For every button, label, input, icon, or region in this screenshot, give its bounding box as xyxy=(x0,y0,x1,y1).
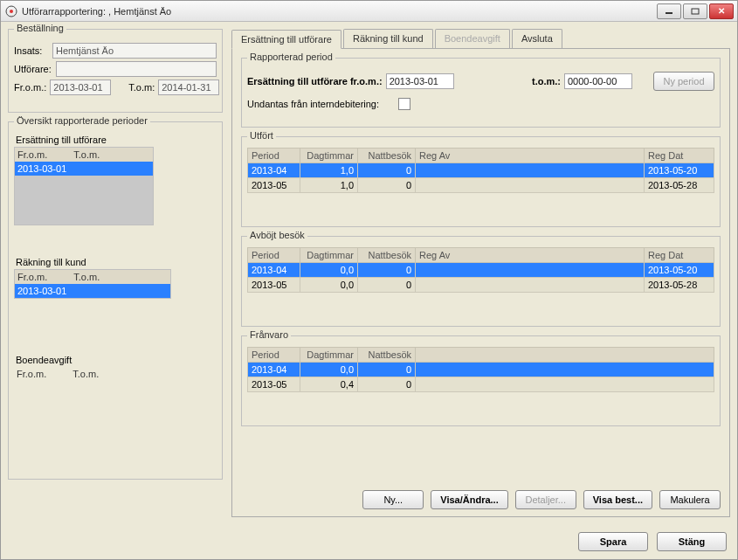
maximize-button[interactable] xyxy=(683,3,707,19)
cell: 2013-04 xyxy=(248,163,300,178)
oversikt-group: Översikt rapporterade perioder Ersättnin… xyxy=(8,121,223,480)
col-regdat: Reg Dat xyxy=(645,248,714,263)
app-window: Utförarrapportering: , Hemtjänst Äo ✕ Be… xyxy=(0,0,738,560)
cell xyxy=(416,163,645,178)
cell: 2013-05-20 xyxy=(645,263,714,278)
col-dag: Dagtimmar xyxy=(300,149,358,163)
insats-label: Insats: xyxy=(14,45,49,56)
period-from-label: Ersättning till utförare fr.o.m.: xyxy=(247,76,383,86)
col-regdat: Reg Dat xyxy=(645,149,714,163)
bo-hdr-from: Fr.o.m. xyxy=(17,369,46,379)
tab-boendeavgift: Boendeavgift xyxy=(435,29,510,48)
cell: 1,0 xyxy=(300,178,358,193)
cell: 2013-05-28 xyxy=(645,178,714,193)
table-row[interactable]: 2013-05 1,0 0 2013-05-28 xyxy=(248,178,714,193)
tab-avsluta[interactable]: Avsluta xyxy=(512,29,562,48)
list-item[interactable]: 2013-03-01 xyxy=(15,162,153,176)
col-natt: Nattbesök xyxy=(358,248,416,263)
col-period: Period xyxy=(248,149,300,163)
rak-list[interactable]: Fr.o.m. T.o.m. 2013-03-01 xyxy=(14,269,171,299)
avbojt-group: Avböjt besök Period Dagtimmar Nattbesök … xyxy=(241,236,721,327)
cell: 2013-05 xyxy=(248,178,300,193)
tab-bar: Ersättning till utförare Räkning till ku… xyxy=(231,29,730,48)
utfort-legend: Utfört xyxy=(247,130,276,141)
inner-actions: Ny... Visa/Ändra... Detaljer... Visa bes… xyxy=(362,490,721,509)
period-tom-label: t.o.m.: xyxy=(532,76,561,86)
table-row[interactable]: 2013-05 0,0 0 2013-05-28 xyxy=(248,278,714,293)
cell xyxy=(416,377,714,392)
oversikt-legend: Översikt rapporterade perioder xyxy=(14,115,150,126)
franvaro-group: Frånvaro Period Dagtimmar Nattbesök 2013… xyxy=(241,335,721,426)
table-row[interactable]: 2013-04 1,0 0 2013-05-20 xyxy=(248,163,714,178)
cell: 2013-04 xyxy=(248,363,300,377)
undantas-label: Undantas från interndebitering: xyxy=(247,99,379,109)
title-prefix: Utförarrapportering: xyxy=(22,6,106,17)
cell: 2013-05 xyxy=(248,377,300,392)
utfort-table[interactable]: Period Dagtimmar Nattbesök Reg Av Reg Da… xyxy=(247,148,714,193)
franvaro-legend: Frånvaro xyxy=(247,329,291,340)
utforare-field xyxy=(56,61,217,77)
content: Beställning Insats: Utförare: Fr.o.m.: T… xyxy=(1,22,737,559)
makulera-button[interactable]: Makulera xyxy=(659,490,721,509)
period-from-field[interactable] xyxy=(386,73,454,89)
ers-hdr-from: Fr.o.m. xyxy=(17,149,47,160)
cell xyxy=(416,178,645,193)
stang-button[interactable]: Stäng xyxy=(657,532,727,551)
bestallning-legend: Beställning xyxy=(14,23,66,33)
col-dag: Dagtimmar xyxy=(300,248,358,263)
right-column: Ersättning till utförare Räkning till ku… xyxy=(231,29,730,517)
table-row[interactable]: 2013-04 0,0 0 2013-05-20 xyxy=(248,263,714,278)
tab-pane: Rapporterad period Ersättning till utför… xyxy=(231,48,730,517)
cell: 0,0 xyxy=(300,263,358,278)
period-tom-field[interactable] xyxy=(564,73,632,89)
col-regav: Reg Av xyxy=(416,248,645,263)
insats-field xyxy=(52,43,217,59)
titlebar: Utförarrapportering: , Hemtjänst Äo ✕ xyxy=(1,1,737,22)
ny-button[interactable]: Ny... xyxy=(362,490,424,509)
franvaro-table[interactable]: Period Dagtimmar Nattbesök 2013-04 0,0 0 xyxy=(247,347,714,392)
rapporterad-period-group: Rapporterad period Ersättning till utför… xyxy=(241,58,721,128)
minimize-button[interactable] xyxy=(657,3,681,19)
cell xyxy=(416,278,645,293)
col-blank xyxy=(416,348,714,363)
detaljer-button[interactable]: Detaljer... xyxy=(515,490,576,509)
ers-hdr-tom: T.o.m. xyxy=(73,149,100,160)
tom-field xyxy=(158,80,219,95)
window-title: Utförarrapportering: , Hemtjänst Äo xyxy=(22,6,657,17)
avbojt-table[interactable]: Period Dagtimmar Nattbesök Reg Av Reg Da… xyxy=(247,247,714,293)
rak-hdr-from: Fr.o.m. xyxy=(17,272,47,282)
cell: 2013-05-28 xyxy=(645,278,714,293)
cell: 2013-05-20 xyxy=(645,163,714,178)
title-suffix: , Hemtjänst Äo xyxy=(108,6,171,17)
ny-period-button[interactable]: Ny period xyxy=(653,72,714,91)
left-column: Beställning Insats: Utförare: Fr.o.m.: T… xyxy=(8,29,223,517)
bo-list[interactable]: Fr.o.m. T.o.m. xyxy=(14,367,171,381)
cell: 0,4 xyxy=(300,377,358,392)
app-icon xyxy=(4,4,18,18)
visa-andra-button[interactable]: Visa/Ändra... xyxy=(431,490,507,509)
bestallning-group: Beställning Insats: Utförare: Fr.o.m.: T… xyxy=(8,29,223,113)
cell: 1,0 xyxy=(300,163,358,178)
cell xyxy=(416,363,714,377)
table-row[interactable]: 2013-05 0,4 0 xyxy=(248,377,714,392)
rak-sublabel: Räkning till kund xyxy=(14,255,217,269)
tom-label: T.o.m: xyxy=(128,82,155,93)
cell: 2013-03-01 xyxy=(17,286,66,296)
visa-best-button[interactable]: Visa best... xyxy=(583,490,652,509)
cell: 0 xyxy=(358,263,416,278)
table-row[interactable]: 2013-04 0,0 0 xyxy=(248,363,714,377)
list-item[interactable]: 2013-03-01 xyxy=(15,284,170,298)
undantas-checkbox[interactable] xyxy=(398,98,410,110)
cell: 0,0 xyxy=(300,363,358,377)
ers-list[interactable]: Fr.o.m. T.o.m. 2013-03-01 xyxy=(14,147,154,225)
cell: 2013-04 xyxy=(248,263,300,278)
cell: 0 xyxy=(358,377,416,392)
tab-ersattning[interactable]: Ersättning till utförare xyxy=(231,30,341,49)
close-button[interactable]: ✕ xyxy=(709,3,734,19)
utfort-group: Utfört Period Dagtimmar Nattbesök Reg Av… xyxy=(241,136,721,227)
spara-button[interactable]: Spara xyxy=(578,532,648,551)
cell: 0 xyxy=(358,178,416,193)
tab-rakning[interactable]: Räkning till kund xyxy=(343,29,433,48)
cell: 0 xyxy=(358,278,416,293)
cell: 0,0 xyxy=(300,278,358,293)
